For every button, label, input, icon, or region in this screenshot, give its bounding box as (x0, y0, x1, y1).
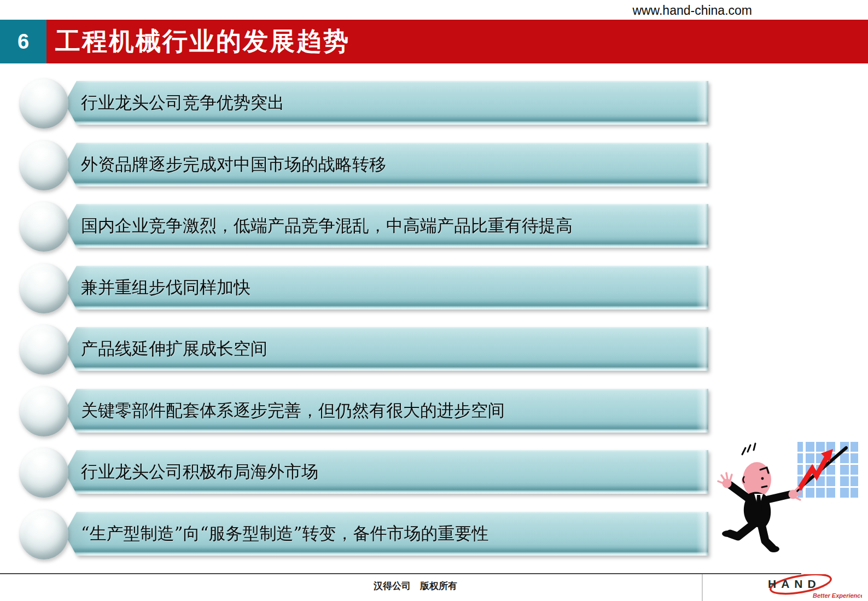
trend-label: 兼并重组步伐同样加快 (81, 276, 251, 299)
logo-tagline: Better Experience (813, 592, 862, 599)
hand-logo: HAND Better Experience (765, 574, 862, 600)
bullet-sphere-icon (19, 386, 68, 436)
chart-grid (797, 442, 858, 498)
title-bar: 工程机械行业的发展趋势 (46, 20, 868, 63)
trend-label: “生产型制造”向“服务型制造”转变，备件市场的重要性 (81, 522, 488, 545)
footer-divider-line (0, 573, 801, 574)
bullet-sphere-icon (19, 324, 68, 375)
trend-label: 行业龙头公司积极布局海外市场 (81, 460, 318, 483)
trend-row: 关键零部件配套体系逐步完善，但仍然有很大的进步空间 (19, 386, 708, 436)
trend-banner: 外资品牌逐步完成对中国市场的战略转移 (65, 143, 708, 186)
logo-letters: HAND (768, 577, 821, 590)
trend-row: 行业龙头公司积极布局海外市场 (19, 447, 708, 498)
bullet-sphere-icon (19, 263, 68, 313)
bullet-sphere-icon (19, 140, 68, 190)
trend-banner: 兼并重组步伐同样加快 (65, 266, 708, 310)
trend-label: 外资品牌逐步完成对中国市场的战略转移 (81, 153, 386, 176)
bullet-sphere-icon (19, 509, 68, 559)
businessman-rising-chart-clipart (708, 428, 864, 562)
trend-label: 国内企业竞争激烈，低端产品竞争混乱，中高端产品比重有待提高 (81, 214, 573, 237)
trend-banner: 行业龙头公司积极布局海外市场 (65, 450, 708, 494)
trend-banner: 产品线延伸扩展成长空间 (65, 327, 708, 371)
footer-copyright: 汉得公司 版权所有 (374, 580, 457, 592)
bullet-sphere-icon (19, 78, 68, 129)
businessman (718, 444, 801, 552)
bullet-sphere-icon (19, 447, 68, 498)
trend-row: 行业龙头公司竞争优势突出 (19, 78, 708, 129)
trend-row: 外资品牌逐步完成对中国市场的战略转移 (19, 140, 708, 190)
slide-header: 6 工程机械行业的发展趋势 (0, 20, 868, 63)
trend-banner: “生产型制造”向“服务型制造”转变，备件市场的重要性 (65, 512, 708, 556)
trend-row: 产品线延伸扩展成长空间 (19, 324, 708, 375)
bullet-sphere-icon (19, 201, 68, 252)
trend-banner: 国内企业竞争激烈，低端产品竞争混乱，中高端产品比重有待提高 (65, 204, 708, 248)
trend-label: 产品线延伸扩展成长空间 (81, 337, 267, 360)
slide-number-badge: 6 (0, 20, 46, 63)
trend-label: 行业龙头公司竞争优势突出 (81, 91, 284, 114)
trend-banner: 关键零部件配套体系逐步完善，但仍然有很大的进步空间 (65, 389, 708, 433)
trend-row: “生产型制造”向“服务型制造”转变，备件市场的重要性 (19, 509, 708, 559)
page-title: 工程机械行业的发展趋势 (55, 25, 350, 59)
slide: www.hand-china.com 6 工程机械行业的发展趋势 行业龙头公司竞… (0, 0, 868, 601)
trend-banner: 行业龙头公司竞争优势突出 (65, 81, 708, 125)
trend-row: 兼并重组步伐同样加快 (19, 263, 708, 313)
website-url: www.hand-china.com (632, 3, 752, 18)
footer-vertical-divider (702, 574, 703, 601)
trend-label: 关键零部件配套体系逐步完善，但仍然有很大的进步空间 (81, 399, 505, 422)
trend-row: 国内企业竞争激烈，低端产品竞争混乱，中高端产品比重有待提高 (19, 201, 708, 252)
